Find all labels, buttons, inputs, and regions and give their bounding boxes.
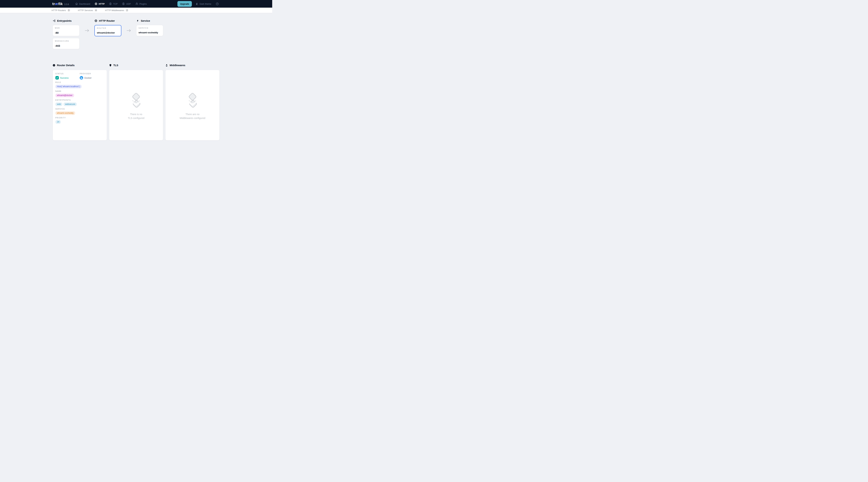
nav-item-plugins[interactable]: Plugins	[135, 2, 147, 5]
logo-text: træfik	[52, 2, 63, 6]
help-icon: ?	[216, 2, 219, 5]
droplet-icon	[196, 3, 198, 5]
section-title: Middlewares	[169, 64, 185, 67]
arrow-right-icon	[127, 29, 131, 32]
nav-item-label: HTTP	[99, 3, 104, 5]
router-details-panel: STATUS Success PROVIDER Docker	[53, 70, 107, 141]
status-group: STATUS Success	[55, 73, 80, 80]
main-content: Entrypoints HTTP Router Service WEB :80 …	[53, 19, 220, 141]
count-badge: 2	[125, 9, 128, 12]
docker-icon	[80, 76, 83, 80]
section-title: HTTP Router	[99, 19, 115, 22]
nav-item-label: Dashboard	[79, 3, 90, 5]
entrypoint-badge: websecure	[64, 102, 77, 106]
tab-label: HTTP Middlewares	[105, 9, 124, 12]
priority-group: PRIORITY 24	[55, 117, 104, 124]
priority-badge: 24	[55, 120, 61, 124]
theme-toggle[interactable]: Dark theme	[196, 3, 211, 5]
tls-header: TLS	[109, 64, 163, 67]
middlewares-empty-text: There are no Middlewares configured	[180, 112, 205, 120]
tls-empty-text: There is no TLS configured	[128, 112, 145, 120]
spacer	[121, 19, 136, 25]
home-icon	[75, 2, 78, 5]
service-group: SERVICE whoami-xxsheddy	[55, 108, 104, 115]
entrypoints-group: ENTRYPOINTS web websecure	[55, 99, 104, 106]
tab-label: HTTP Routers	[52, 9, 66, 12]
version-label: 3.3.6	[64, 3, 69, 5]
login-arrow-icon	[53, 19, 56, 22]
name-badge: whoami@docker	[55, 94, 74, 97]
tls-empty-state: There is no TLS configured	[109, 70, 163, 120]
card-label: SERVICE	[138, 27, 161, 29]
top-navbar: træfik 3.3.6 Dashboard HTTP TCP UDP Plug…	[0, 0, 272, 8]
priority-label: PRIORITY	[55, 117, 104, 119]
router-details-header: i Router Details	[53, 64, 107, 67]
tab-http-middlewares[interactable]: HTTP Middlewares 2	[105, 9, 128, 12]
middlewares-empty-state: There are no Middlewares configured	[165, 70, 219, 120]
card-label: WEBSECURE	[55, 40, 77, 42]
globe-icon	[94, 19, 97, 22]
entrypoint-badge: web	[55, 102, 62, 106]
middlewares-panel: There are no Middlewares configured	[165, 70, 220, 141]
tab-http-routers[interactable]: HTTP Routers 3	[52, 9, 70, 12]
nav-item-dashboard[interactable]: Dashboard	[75, 2, 90, 5]
http-subnav: HTTP Routers 3 HTTP Services 4 HTTP Midd…	[0, 8, 272, 13]
shield-icon	[109, 64, 112, 67]
provider-value: Docker	[84, 77, 92, 79]
card-value: :443	[55, 44, 77, 47]
card-value: :80	[55, 31, 77, 34]
globe-icon	[95, 2, 97, 5]
card-label: WEB	[55, 27, 77, 29]
upgrade-button[interactable]: Upgrade	[178, 1, 192, 7]
info-icon: i	[53, 64, 55, 67]
logo-ae-ligature: æ	[55, 2, 58, 6]
entrypoint-card-websecure[interactable]: WEBSECURE :443	[53, 38, 80, 49]
traefik-logo[interactable]: træfik 3.3.6	[52, 2, 69, 6]
empty-layers-icon	[130, 93, 142, 109]
flow-arrow	[121, 25, 136, 36]
service-label: SERVICE	[55, 108, 104, 110]
rule-badge: Host(`whoami.localhost`)	[55, 85, 82, 88]
card-label: ROUTER	[97, 27, 119, 29]
arrow-right-icon	[85, 29, 89, 32]
service-card[interactable]: SERVICE whoami-xxsheddy	[136, 25, 163, 36]
empty-layers-icon	[187, 93, 198, 109]
status-label: STATUS	[55, 73, 80, 75]
section-title: Router Details	[57, 64, 75, 67]
entrypoint-card-web[interactable]: WEB :80	[53, 25, 80, 36]
http-router-section-header: HTTP Router	[94, 19, 121, 22]
help-button[interactable]: ?	[216, 2, 219, 5]
nav-item-udp[interactable]: UDP	[122, 2, 131, 5]
nav-item-label: TCP	[113, 3, 118, 5]
plugins-icon	[135, 2, 138, 5]
rule-label: RULE	[55, 82, 104, 83]
udp-icon	[122, 2, 125, 5]
bolt-icon	[136, 19, 139, 22]
tls-panel: There is no TLS configured	[109, 70, 163, 141]
routing-flow: Entrypoints HTTP Router Service WEB :80 …	[53, 19, 220, 49]
nav-item-http[interactable]: HTTP	[95, 2, 104, 5]
status-value: Success	[60, 77, 69, 79]
tab-http-services[interactable]: HTTP Services 4	[78, 9, 97, 12]
count-badge: 3	[67, 9, 70, 12]
flow-arrow	[80, 25, 94, 36]
count-badge: 4	[94, 9, 97, 12]
name-group: NAME whoami@docker	[55, 90, 104, 97]
service-section-header: Service	[136, 19, 163, 22]
main-nav: Dashboard HTTP TCP UDP Plugins	[75, 2, 147, 5]
nav-item-label: Plugins	[140, 3, 147, 5]
tcp-icon	[109, 2, 112, 5]
spacer	[80, 19, 94, 25]
section-title: TLS	[113, 64, 118, 67]
card-value: whoami-xxsheddy	[138, 31, 161, 34]
layers-icon	[165, 64, 168, 67]
name-label: NAME	[55, 90, 104, 92]
router-card[interactable]: ROUTER whoami@docker	[94, 25, 121, 36]
section-title: Entrypoints	[57, 19, 71, 22]
theme-toggle-label: Dark theme	[199, 3, 211, 5]
entrypoints-label: ENTRYPOINTS	[55, 99, 104, 101]
details-section: i Router Details TLS Middlewares STATUS …	[53, 64, 220, 141]
nav-item-tcp[interactable]: TCP	[109, 2, 118, 5]
entrypoints-section-header: Entrypoints	[53, 19, 80, 22]
card-value: whoami@docker	[97, 31, 119, 34]
